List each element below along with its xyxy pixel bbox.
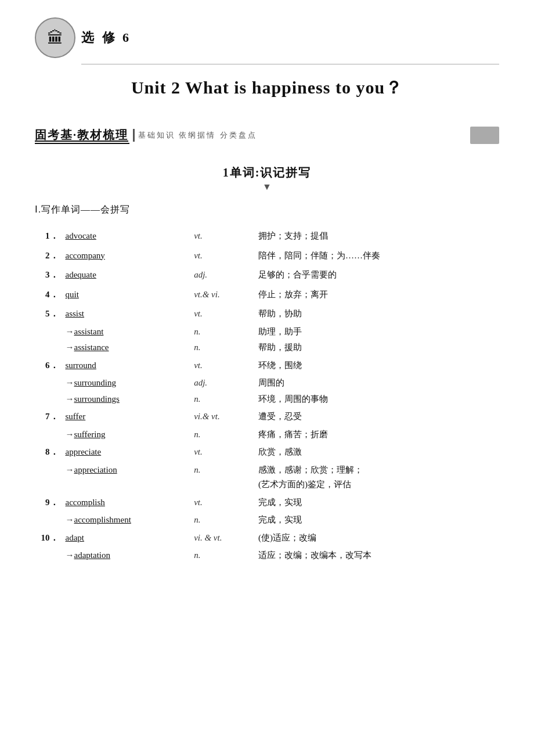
word-number: 8． bbox=[35, 442, 62, 462]
word-pos: vt. bbox=[190, 246, 255, 266]
word-number: 4． bbox=[35, 285, 62, 305]
derive-empty bbox=[35, 427, 62, 443]
derive-meaning: 助理，助手 bbox=[255, 324, 499, 340]
derive-pos: n. bbox=[190, 512, 255, 528]
word-link[interactable]: accompany bbox=[66, 251, 105, 260]
word-link[interactable]: surround bbox=[66, 361, 96, 370]
word-entry[interactable]: suffer bbox=[62, 407, 191, 427]
table-row: 2．accompanyvt.陪伴，陪同；伴随；为……伴奏 bbox=[35, 246, 499, 266]
vocab-heading-text: 1单词:识记拼写 bbox=[35, 165, 499, 181]
derive-arrow: → bbox=[66, 378, 74, 387]
derive-pos: adj. bbox=[190, 375, 255, 391]
derive-word-cell[interactable]: →assistant bbox=[62, 324, 191, 340]
word-entry[interactable]: accomplish bbox=[62, 493, 191, 513]
table-row: 10．adaptvi. & vt.(使)适应；改编 bbox=[35, 528, 499, 548]
word-number: 10． bbox=[35, 528, 62, 548]
derive-word-link[interactable]: surroundings bbox=[74, 394, 120, 404]
derive-empty bbox=[35, 462, 62, 493]
word-link[interactable]: adapt bbox=[66, 533, 84, 542]
derive-row: →surroundingadj.周围的 bbox=[35, 375, 499, 391]
header-area: 🏛 选 修 6 bbox=[35, 17, 499, 58]
sub-heading: Ⅰ.写作单词——会拼写 bbox=[35, 204, 499, 216]
section-sub-label: 基础知识 依纲据情 分类盘点 bbox=[138, 130, 257, 141]
word-number: 5． bbox=[35, 304, 62, 324]
word-pos: vt. bbox=[190, 356, 255, 376]
derive-word-cell[interactable]: →adaptation bbox=[62, 548, 191, 564]
word-number: 1． bbox=[35, 226, 62, 246]
derive-word-link[interactable]: adaptation bbox=[74, 550, 110, 560]
table-row: 4．quitvt.& vi.停止；放弃；离开 bbox=[35, 285, 499, 305]
word-number: 2． bbox=[35, 246, 62, 266]
derive-empty bbox=[35, 324, 62, 340]
vocab-heading-arrow: ▼ bbox=[35, 182, 499, 192]
table-row: 5．assistvt.帮助，协助 bbox=[35, 304, 499, 324]
derive-empty bbox=[35, 512, 62, 528]
section-main-label: 固考基·教材梳理 bbox=[35, 127, 129, 144]
derive-row: →appreciationn.感激，感谢；欣赏；理解；(艺术方面的)鉴定，评估 bbox=[35, 462, 499, 493]
derive-word-link[interactable]: assistant bbox=[74, 327, 104, 336]
word-link[interactable]: adequate bbox=[66, 270, 96, 279]
derive-arrow: → bbox=[66, 327, 74, 336]
derive-pos: n. bbox=[190, 324, 255, 340]
derive-meaning: 周围的 bbox=[255, 375, 499, 391]
word-meaning: 拥护；支持；提倡 bbox=[255, 226, 499, 246]
derive-word-cell[interactable]: →assistance bbox=[62, 340, 191, 356]
unit-title: Unit 2 What is happiness to you？ bbox=[35, 76, 499, 100]
word-entry[interactable]: quit bbox=[62, 285, 191, 305]
derive-empty bbox=[35, 340, 62, 356]
derive-arrow: → bbox=[66, 515, 74, 524]
word-entry[interactable]: assist bbox=[62, 304, 191, 324]
vocab-heading: 1单词:识记拼写 ▼ bbox=[35, 165, 499, 192]
word-entry[interactable]: appreciate bbox=[62, 442, 191, 462]
word-link[interactable]: suffer bbox=[66, 412, 86, 421]
word-link[interactable]: quit bbox=[66, 290, 79, 299]
derive-row: →adaptationn.适应；改编；改编本，改写本 bbox=[35, 548, 499, 564]
derive-word-cell[interactable]: →suffering bbox=[62, 427, 191, 443]
word-entry[interactable]: accompany bbox=[62, 246, 191, 266]
word-meaning: (使)适应；改编 bbox=[255, 528, 499, 548]
word-entry[interactable]: advocate bbox=[62, 226, 191, 246]
word-pos: vt. bbox=[190, 226, 255, 246]
derive-arrow: → bbox=[66, 430, 74, 439]
word-link[interactable]: appreciate bbox=[66, 447, 102, 456]
derive-pos: n. bbox=[190, 391, 255, 408]
derive-word-cell[interactable]: →surroundings bbox=[62, 391, 191, 408]
word-number: 6． bbox=[35, 356, 62, 376]
word-link[interactable]: advocate bbox=[66, 231, 96, 240]
table-row: 6．surroundvt.环绕，围绕 bbox=[35, 356, 499, 376]
word-entry[interactable]: surround bbox=[62, 356, 191, 376]
derive-meaning: 完成，实现 bbox=[255, 512, 499, 528]
derive-pos: n. bbox=[190, 462, 255, 493]
derive-pos: n. bbox=[190, 340, 255, 356]
derive-arrow: → bbox=[66, 465, 74, 474]
word-pos: vi.& vt. bbox=[190, 407, 255, 427]
word-meaning: 欣赏，感激 bbox=[255, 442, 499, 462]
word-link[interactable]: accomplish bbox=[66, 498, 105, 507]
derive-word-link[interactable]: suffering bbox=[74, 430, 106, 439]
derive-word-link[interactable]: surrounding bbox=[74, 378, 117, 387]
derive-word-cell[interactable]: →accomplishment bbox=[62, 512, 191, 528]
derive-word-cell[interactable]: →surrounding bbox=[62, 375, 191, 391]
word-number: 7． bbox=[35, 407, 62, 427]
table-row: 1．advocatevt.拥护；支持；提倡 bbox=[35, 226, 499, 246]
derive-arrow: → bbox=[66, 343, 74, 352]
derive-word-link[interactable]: assistance bbox=[74, 343, 109, 352]
section-separator bbox=[133, 129, 135, 142]
word-link[interactable]: assist bbox=[66, 309, 85, 318]
book-title: 选 修 6 bbox=[81, 29, 131, 46]
derive-word-cell[interactable]: →appreciation bbox=[62, 462, 191, 493]
word-meaning: 足够的；合乎需要的 bbox=[255, 265, 499, 285]
word-meaning: 遭受，忍受 bbox=[255, 407, 499, 427]
word-pos: vt. bbox=[190, 304, 255, 324]
word-entry[interactable]: adequate bbox=[62, 265, 191, 285]
word-entry[interactable]: adapt bbox=[62, 528, 191, 548]
derive-arrow: → bbox=[66, 394, 74, 404]
word-meaning: 停止；放弃；离开 bbox=[255, 285, 499, 305]
logo-icon: 🏛 bbox=[47, 28, 63, 48]
derive-row: →sufferingn.疼痛，痛苦；折磨 bbox=[35, 427, 499, 443]
section-bar-decoration bbox=[470, 127, 499, 144]
derive-pos: n. bbox=[190, 427, 255, 443]
derive-word-link[interactable]: accomplishment bbox=[74, 515, 131, 524]
word-number: 3． bbox=[35, 265, 62, 285]
derive-word-link[interactable]: appreciation bbox=[74, 465, 117, 474]
